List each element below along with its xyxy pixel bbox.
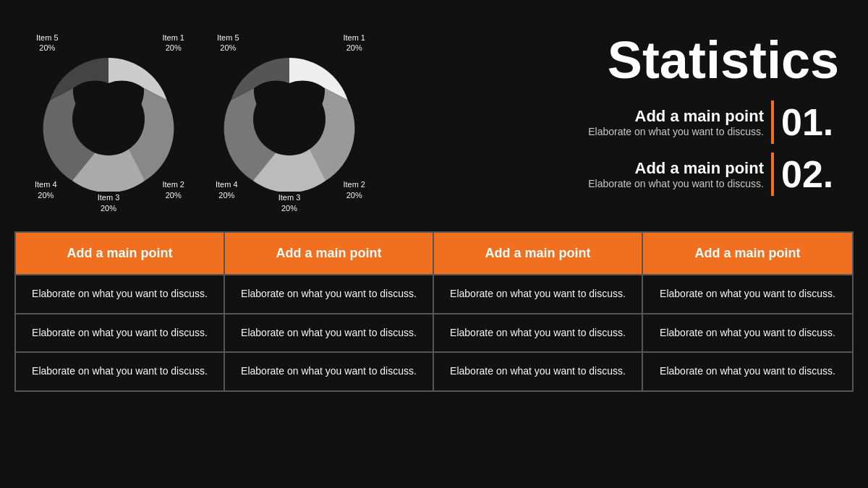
page-container: Item 120% Item 520% Item 420% Item 220% …: [0, 0, 868, 392]
stat-divider-2: [771, 153, 774, 196]
stats-title: Statistics: [441, 34, 839, 86]
stat-number-2: 02.: [781, 153, 839, 196]
table-row-2: Elaborate on what you want to discuss. E…: [16, 313, 852, 352]
chart-2: Item 120% Item 520% Item 420% Item 220% …: [210, 25, 369, 213]
chart2-item4-label: Item 420%: [216, 179, 238, 200]
svg-point-0: [72, 83, 145, 155]
stats-info: Statistics Add a main point Elaborate on…: [427, 34, 839, 205]
cell-2-4: Elaborate on what you want to discuss.: [643, 314, 852, 352]
cell-1-2: Elaborate on what you want to discuss.: [225, 275, 434, 313]
chart1-item4-label: Item 420%: [35, 179, 57, 200]
table-header-2: Add a main point: [225, 233, 434, 274]
top-section: Item 120% Item 520% Item 420% Item 220% …: [0, 0, 868, 231]
chart2-item5-label: Item 520%: [217, 33, 239, 53]
chart-1: Item 120% Item 520% Item 420% Item 220% …: [29, 25, 188, 213]
cell-3-4: Elaborate on what you want to discuss.: [643, 353, 852, 390]
chart2-item3-label: Item 320%: [278, 192, 301, 213]
table-header-3: Add a main point: [434, 233, 643, 274]
stat-text-1: Add a main point Elaborate on what you w…: [588, 107, 764, 137]
charts-area: Item 120% Item 520% Item 420% Item 220% …: [29, 25, 427, 213]
donut-chart-2: [217, 47, 362, 192]
chart2-item2-label: Item 220%: [343, 179, 365, 200]
svg-point-1: [253, 83, 326, 155]
cell-1-4: Elaborate on what you want to discuss.: [643, 275, 852, 313]
cell-1-3: Elaborate on what you want to discuss.: [434, 275, 643, 313]
stat-main-2: Add a main point: [588, 159, 764, 178]
table-row-1: Elaborate on what you want to discuss. E…: [16, 274, 852, 313]
chart1-item2-label: Item 220%: [162, 179, 184, 200]
stat-main-1: Add a main point: [588, 107, 764, 126]
bottom-table: Add a main point Add a main point Add a …: [14, 231, 854, 392]
cell-3-3: Elaborate on what you want to discuss.: [434, 353, 643, 390]
cell-1-1: Elaborate on what you want to discuss.: [16, 275, 225, 313]
cell-2-3: Elaborate on what you want to discuss.: [434, 314, 643, 352]
chart1-item3-label: Item 320%: [98, 192, 120, 213]
chart1-item5-label: Item 520%: [36, 33, 59, 53]
stat-elaborate-2: Elaborate on what you want to discuss.: [588, 178, 764, 189]
cell-3-2: Elaborate on what you want to discuss.: [225, 353, 434, 390]
table-body: Elaborate on what you want to discuss. E…: [16, 274, 852, 390]
chart1-item1-label: Item 120%: [162, 33, 184, 53]
cell-2-1: Elaborate on what you want to discuss.: [16, 314, 225, 352]
cell-3-1: Elaborate on what you want to discuss.: [16, 353, 225, 390]
stat-elaborate-1: Elaborate on what you want to discuss.: [588, 126, 764, 137]
stat-number-1: 01.: [781, 100, 839, 144]
stat-point-1: Add a main point Elaborate on what you w…: [441, 100, 839, 144]
donut-chart-1: [36, 47, 181, 192]
chart2-item1-label: Item 120%: [343, 33, 365, 53]
stat-point-2: Add a main point Elaborate on what you w…: [441, 153, 839, 196]
table-header: Add a main point Add a main point Add a …: [16, 233, 852, 274]
table-row-3: Elaborate on what you want to discuss. E…: [16, 351, 852, 390]
table-header-4: Add a main point: [643, 233, 852, 274]
cell-2-2: Elaborate on what you want to discuss.: [225, 314, 434, 352]
stat-text-2: Add a main point Elaborate on what you w…: [588, 159, 764, 189]
table-header-1: Add a main point: [16, 233, 225, 274]
stat-divider-1: [771, 100, 774, 144]
